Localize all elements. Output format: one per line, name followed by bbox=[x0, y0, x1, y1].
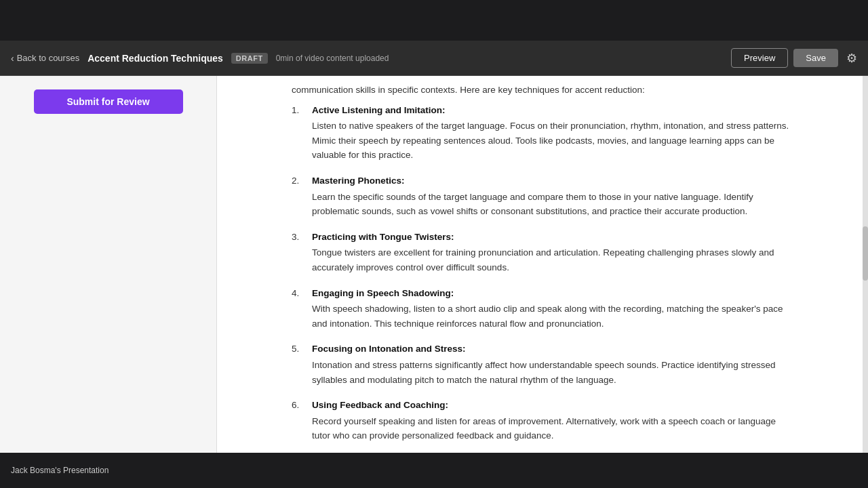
list-content: Engaging in Speech Shadowing: With speec… bbox=[312, 286, 793, 331]
list-title: Using Feedback and Coaching: bbox=[312, 400, 448, 410]
list-content: Active Listening and Imitation: Listen t… bbox=[312, 103, 793, 163]
list-number: 3. bbox=[292, 230, 307, 275]
main-area: Submit for Review communication skills i… bbox=[0, 76, 868, 453]
techniques-list: 1. Active Listening and Imitation: Liste… bbox=[292, 103, 793, 453]
list-item: 3. Practicing with Tongue Twisters: Tong… bbox=[292, 230, 793, 275]
scrollbar-thumb[interactable] bbox=[863, 226, 868, 281]
list-item: 1. Active Listening and Imitation: Liste… bbox=[292, 103, 793, 163]
course-title: Accent Reduction Techniques bbox=[87, 53, 223, 64]
list-desc: With speech shadowing, listen to a short… bbox=[312, 302, 793, 331]
list-desc: Tongue twisters are excellent for traini… bbox=[312, 245, 793, 274]
upload-status: 0min of video content uploaded bbox=[276, 54, 723, 63]
list-content: Using Feedback and Coaching: Record your… bbox=[312, 398, 793, 443]
list-desc: Intonation and stress patterns significa… bbox=[312, 358, 793, 387]
list-number: 5. bbox=[292, 342, 307, 387]
back-arrow-icon: ‹ bbox=[11, 53, 14, 64]
list-title: Engaging in Speech Shadowing: bbox=[312, 288, 454, 298]
header-bar: ‹ Back to courses Accent Reduction Techn… bbox=[0, 41, 868, 76]
bottom-bar: Jack Bosma's Presentation bbox=[0, 453, 868, 488]
list-item: 5. Focusing on Intonation and Stress: In… bbox=[292, 342, 793, 387]
list-number: 1. bbox=[292, 103, 307, 163]
sidebar: Submit for Review bbox=[0, 76, 217, 453]
list-title: Practicing with Tongue Twisters: bbox=[312, 232, 454, 242]
submit-review-button[interactable]: Submit for Review bbox=[34, 89, 183, 114]
header-actions: Preview Save ⚙ bbox=[731, 48, 857, 68]
intro-text: communication skills in specific context… bbox=[292, 83, 793, 98]
list-content: Practicing with Tongue Twisters: Tongue … bbox=[312, 230, 793, 275]
list-content: Focusing on Intonation and Stress: Inton… bbox=[312, 342, 793, 387]
content-area[interactable]: communication skills in specific context… bbox=[217, 76, 868, 453]
list-title: Active Listening and Imitation: bbox=[312, 105, 446, 115]
top-dark-bar bbox=[0, 0, 868, 41]
list-desc: Learn the specific sounds of the target … bbox=[312, 190, 793, 219]
draft-badge: DRAFT bbox=[231, 53, 268, 64]
preview-button[interactable]: Preview bbox=[731, 48, 788, 68]
list-number: 4. bbox=[292, 286, 307, 331]
list-desc: Record yourself speaking and listen for … bbox=[312, 414, 793, 443]
list-content: Mastering Phonetics: Learn the specific … bbox=[312, 174, 793, 219]
list-item: 2. Mastering Phonetics: Learn the specif… bbox=[292, 174, 793, 219]
back-to-courses-link[interactable]: ‹ Back to courses bbox=[11, 53, 79, 64]
scrollbar-track[interactable] bbox=[863, 76, 868, 453]
save-button[interactable]: Save bbox=[793, 49, 838, 67]
content-inner: communication skills in specific context… bbox=[292, 76, 793, 453]
list-number: 6. bbox=[292, 398, 307, 443]
list-number: 2. bbox=[292, 174, 307, 219]
back-label: Back to courses bbox=[17, 53, 80, 63]
list-title: Focusing on Intonation and Stress: bbox=[312, 344, 466, 354]
list-desc: Listen to native speakers of the target … bbox=[312, 119, 793, 163]
list-item: 4. Engaging in Speech Shadowing: With sp… bbox=[292, 286, 793, 331]
settings-icon[interactable]: ⚙ bbox=[846, 51, 857, 66]
list-item: 6. Using Feedback and Coaching: Record y… bbox=[292, 398, 793, 443]
list-title: Mastering Phonetics: bbox=[312, 176, 405, 186]
presentation-label: Jack Bosma's Presentation bbox=[11, 466, 108, 475]
